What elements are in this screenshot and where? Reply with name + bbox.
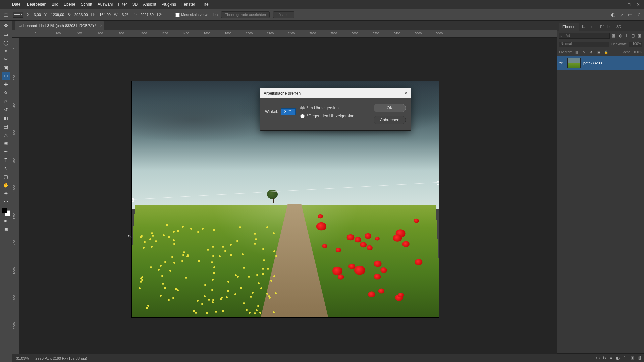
radio-cw-label: °Im Uhrzeigersinn <box>307 106 339 110</box>
ok-button[interactable]: OK <box>374 104 406 112</box>
dialog-titlebar[interactable]: Arbeitsfläche drehen × <box>260 88 411 98</box>
dialog-angle-group: Winkel: <box>265 104 296 115</box>
dialog-title: Arbeitsfläche drehen <box>264 91 301 96</box>
angle-label: Winkel: <box>265 109 278 114</box>
dialog-backdrop: Arbeitsfläche drehen × Winkel: °Im Uhrze… <box>0 0 644 362</box>
dialog-direction-group: °Im Uhrzeigersinn °Gegen den Uhrzeigersi… <box>300 104 354 118</box>
rotate-canvas-dialog: Arbeitsfläche drehen × Winkel: °Im Uhrze… <box>260 88 411 131</box>
dialog-buttons: OK Abbrechen <box>374 104 406 124</box>
radio-ccw-input[interactable] <box>300 114 305 118</box>
radio-cw-input[interactable] <box>300 106 305 110</box>
radio-cw[interactable]: °Im Uhrzeigersinn <box>300 106 354 110</box>
dialog-body: Winkel: °Im Uhrzeigersinn °Gegen den Uhr… <box>260 98 411 130</box>
angle-input[interactable] <box>281 108 296 115</box>
radio-ccw-label: °Gegen den Uhrzeigersinn <box>307 114 354 118</box>
dialog-close-icon[interactable]: × <box>404 90 407 96</box>
cancel-button[interactable]: Abbrechen <box>374 116 406 124</box>
radio-ccw[interactable]: °Gegen den Uhrzeigersinn <box>300 114 354 118</box>
